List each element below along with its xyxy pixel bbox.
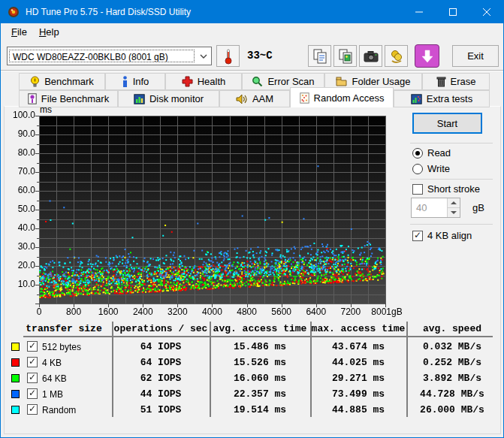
tab-erase[interactable]: Erase [422,73,490,90]
max-access-value: 44.885 ms [310,404,406,415]
menu-help[interactable]: Help [33,24,65,40]
tab-info[interactable]: Info [105,73,165,90]
ops-value: 64 IOPS [112,357,210,368]
random-access-scatter-chart [32,114,391,313]
close-icon [483,8,490,16]
spinner-up-button[interactable] [448,198,460,207]
copy-image-icon [339,49,352,64]
avg-access-value: 16.060 ms [210,373,310,384]
copy-image-button[interactable] [333,45,357,67]
maximize-icon [449,8,457,16]
tab-label: Erase [451,76,476,87]
col-header-transfer-size: transfer size [16,323,112,334]
y-axis-label: 80.0 [10,147,35,158]
folder-icon [336,77,347,86]
tab-aam[interactable]: AAM [219,90,290,107]
app-logo-icon [8,6,20,18]
file-benchmark-icon [28,93,37,104]
series-checkbox[interactable]: ✓ [27,404,38,415]
minimize-button[interactable] [402,1,436,23]
x-axis-end-label: 8001gB [366,307,408,317]
series-checkbox[interactable]: ✓ [27,388,38,399]
align-checkbox[interactable]: ✓ 4 KB align [412,230,472,241]
tab-extra-tests[interactable]: Extra tests [394,90,490,107]
series-label: Random [42,405,76,415]
series-label: 64 KB [42,373,67,384]
menu-file[interactable]: File [5,24,33,40]
tab-file-benchmark[interactable]: File Benchmark [19,90,118,107]
update-download-icon [421,50,433,63]
short-stroke-checkbox[interactable]: ✓ Short stroke [412,183,480,195]
table-header-rule [23,336,493,337]
app-window: HD Tune Pro 5.75 - Hard Disk/SSD Utility… [0,0,504,438]
exit-button[interactable]: Exit [452,45,499,67]
series-checkbox[interactable]: ✓ [27,373,38,383]
y-axis-label: 100.0 [10,110,35,120]
ops-value: 44 IOPS [112,388,210,400]
tab-label: Benchmark [44,76,94,87]
write-radio[interactable]: Write [412,163,450,174]
series-color-swatch [11,374,20,382]
maximize-button[interactable] [436,1,469,23]
donate-coins-icon [389,49,404,64]
temperature-value: 33~C [247,50,273,62]
drive-select[interactable]: WDC WD80EAZZ-00BKLB0 (8001 gB) [7,47,212,65]
tab-health[interactable]: Health [165,73,242,90]
start-button[interactable]: Start [412,113,482,134]
tab-label: Disk monitor [149,93,204,104]
col-header-max-access: max. access time [310,323,406,334]
max-access-value: 43.674 ms [310,341,406,352]
tab-label: Error Scan [267,76,314,87]
column-divider [406,322,408,417]
close-button[interactable] [469,1,503,23]
avg-speed-value: 3.892 MB/s [406,373,498,384]
exit-label: Exit [467,50,484,62]
tab-label: Extra tests [427,93,472,104]
health-cross-icon [182,76,193,87]
avg-speed-value: 0.032 MB/s [406,341,498,352]
disk-monitor-icon [134,94,145,104]
copy-text-button[interactable] [308,45,331,67]
separator [410,179,493,180]
avg-access-value: 22.357 ms [210,388,310,400]
speaker-icon [236,94,248,104]
column-divider [310,322,312,417]
series-color-swatch [11,343,20,351]
tab-label: Info [133,76,149,87]
tab-disk-monitor[interactable]: Disk monitor [118,90,219,107]
tab-random-access[interactable]: Random Access [290,87,394,107]
avg-speed-value: 0.252 MB/s [406,357,498,368]
checkbox-icon: ✓ [412,184,423,195]
separator [410,143,493,143]
align-label: 4 KB align [427,230,472,241]
y-axis-label: 20.0 [10,260,35,270]
stroke-unit-label: gB [472,202,484,213]
extra-tests-icon [411,94,422,104]
camera-icon [364,50,379,62]
read-label: Read [427,147,451,159]
avg-access-value: 19.514 ms [210,404,310,415]
donate-button[interactable] [385,45,408,67]
short-stroke-size-spinner[interactable]: 40 [411,198,460,218]
trash-icon [436,76,446,87]
drive-select-value: WDC WD80EAZZ-00BKLB0 (8001 gB) [9,50,195,62]
update-button[interactable] [415,44,439,68]
toolbar-separator [1,70,503,71]
minimize-icon [415,8,423,16]
tab-benchmark[interactable]: Benchmark [19,73,105,90]
y-axis-label: 30.0 [10,241,35,252]
ops-value: 64 IOPS [112,341,210,352]
read-radio[interactable]: Read [412,147,451,159]
spinner-down-button[interactable] [448,207,460,217]
menu-bar: File Help [1,23,503,41]
screenshot-button[interactable] [359,45,382,67]
temperature-button[interactable] [216,45,240,67]
tab-label: Folder Usage [352,76,410,87]
short-stroke-label: Short stroke [427,183,480,195]
series-label: 512 bytes [42,342,81,352]
random-access-icon [300,92,309,104]
series-checkbox[interactable]: ✓ [27,357,38,367]
col-header-avg-access: avg. access time [210,323,310,334]
info-icon [122,76,128,87]
series-checkbox[interactable]: ✓ [27,341,38,352]
